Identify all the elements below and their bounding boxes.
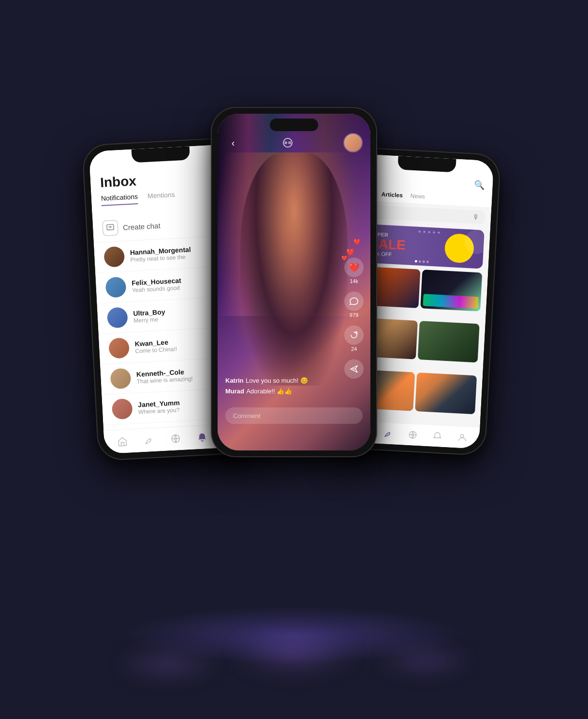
- gallery-search-bar[interactable]: 🎙: [363, 205, 485, 225]
- send-button[interactable]: [344, 360, 364, 380]
- nav-globe-icon[interactable]: [169, 433, 181, 445]
- gallery-search-placeholder: [369, 211, 469, 217]
- search-icon[interactable]: 🔍: [474, 180, 485, 191]
- svg-point-5: [288, 141, 291, 144]
- gallery-nav-globe[interactable]: [407, 429, 419, 441]
- grid-image-bridge[interactable]: [415, 373, 477, 414]
- microphone-icon[interactable]: 🎙: [472, 213, 480, 221]
- gallery-nav-leaf[interactable]: [382, 427, 394, 439]
- comment-user-1: Murad: [225, 388, 244, 395]
- phone-video: ‹ ❤️ ❤️ ❤️: [212, 108, 376, 456]
- create-chat-label: Create chat: [123, 221, 161, 231]
- sale-banner[interactable]: SUPER SALE 50% OFF: [361, 224, 485, 269]
- banner-circle: [444, 233, 474, 264]
- dynamic-island: [270, 119, 318, 131]
- video-user-avatar[interactable]: [343, 133, 363, 152]
- avatar-2: [107, 307, 128, 328]
- share-button[interactable]: 24: [344, 326, 364, 352]
- inbox-title: Inbox: [100, 169, 224, 191]
- video-screen: ‹ ❤️ ❤️ ❤️: [218, 114, 370, 450]
- video-header: ‹: [218, 133, 370, 152]
- comment-text-0: Love you so much! 😊: [246, 377, 308, 384]
- comment-placeholder: Comment: [233, 412, 260, 419]
- banner-dots: [415, 260, 429, 263]
- grid-image-forest[interactable]: [418, 321, 480, 362]
- avatar-4: [110, 368, 131, 389]
- shadow-right: [376, 643, 473, 679]
- svg-point-7: [461, 434, 464, 438]
- comments-button[interactable]: 979: [344, 292, 364, 318]
- back-icon[interactable]: ‹: [225, 135, 241, 150]
- heart-icon: ❤️: [344, 258, 364, 277]
- video-comments: Katrin Love you so much! 😊 Murad Adorabl…: [225, 376, 341, 397]
- shadow-center: [231, 630, 357, 674]
- tab-articles[interactable]: Articles: [381, 191, 403, 199]
- nav-bell-icon[interactable]: [196, 431, 208, 443]
- comment-0: Katrin Love you so much! 😊: [225, 376, 341, 385]
- likes-button[interactable]: ❤️ 14k: [344, 258, 364, 284]
- nav-home-icon[interactable]: [116, 435, 128, 448]
- share-icon: [344, 326, 364, 345]
- svg-point-4: [284, 141, 287, 144]
- shadow-left: [115, 645, 221, 684]
- video-actions: ❤️ 14k 979 24: [344, 258, 364, 380]
- gallery-nav-bell[interactable]: [431, 430, 443, 442]
- comments-count: 979: [350, 312, 358, 318]
- tab-news[interactable]: News: [410, 193, 425, 200]
- comment-1: Murad Adorable!! 👍👍: [225, 387, 341, 395]
- gallery-nav-person[interactable]: [456, 431, 468, 443]
- video-logo: [282, 137, 302, 148]
- avatar-1: [105, 277, 127, 298]
- avatar-5: [112, 398, 133, 419]
- tab-mentions[interactable]: Mentions: [147, 191, 176, 204]
- grid-image-keyboard[interactable]: [420, 270, 482, 311]
- comment-user-0: Katrin: [225, 377, 244, 384]
- inbox-tabs: Notifications Mentions: [101, 188, 225, 210]
- tab-notifications[interactable]: Notifications: [101, 193, 138, 206]
- phones-scene: Inbox Notifications Mentions Cre: [76, 93, 512, 626]
- avatar-3: [108, 337, 130, 359]
- comment-icon: [344, 292, 364, 311]
- comment-text-1: Adorable!! 👍👍: [246, 388, 292, 395]
- create-chat-icon: [102, 220, 118, 236]
- avatar-0: [103, 246, 125, 268]
- nav-leaf-icon[interactable]: [143, 434, 155, 446]
- likes-count: 14k: [350, 278, 358, 284]
- send-icon: [344, 360, 364, 379]
- shares-count: 24: [351, 346, 357, 352]
- video-screen-container: ‹ ❤️ ❤️ ❤️: [218, 114, 370, 450]
- comment-input[interactable]: Comment: [225, 407, 363, 424]
